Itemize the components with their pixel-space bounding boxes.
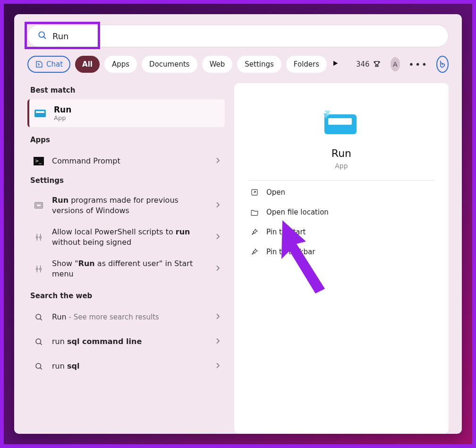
- section-header-best-match: Best match: [30, 86, 225, 95]
- chat-button[interactable]: Chat: [27, 56, 70, 73]
- best-match-subtitle: App: [54, 114, 71, 121]
- settings-item-2[interactable]: Show "Run as different user" in Start me…: [27, 253, 225, 284]
- folder-icon: [250, 208, 259, 216]
- preview-subtitle: App: [335, 162, 348, 170]
- command-prompt-icon: >_: [32, 155, 45, 168]
- open-icon: [250, 188, 259, 197]
- run-app-icon: [34, 107, 47, 120]
- settings-item-0[interactable]: Run programs made for previous versions …: [27, 190, 225, 221]
- chevron-right-icon: [215, 233, 220, 241]
- action-pin-start[interactable]: Pin to Start: [248, 222, 434, 242]
- bing-icon: [438, 60, 447, 69]
- svg-line-1: [44, 37, 46, 39]
- user-avatar[interactable]: A: [391, 57, 400, 71]
- settings-item-label: Run programs made for previous versions …: [52, 195, 218, 215]
- svg-text:>_: >_: [35, 158, 42, 164]
- action-pin-taskbar[interactable]: Pin to taskbar: [248, 242, 434, 262]
- filter-folders[interactable]: Folders: [286, 56, 327, 73]
- filter-web[interactable]: Web: [202, 56, 233, 73]
- svg-line-9: [40, 319, 42, 320]
- chevron-right-icon: [215, 264, 220, 273]
- best-match-title: Run: [54, 105, 71, 114]
- web-item-label: run sql command line: [52, 336, 151, 347]
- search-icon: [32, 310, 45, 324]
- settings-item-label: Allow local PowerShell scripts to run wi…: [52, 227, 218, 247]
- action-label: Pin to taskbar: [266, 248, 315, 256]
- results-body: Best match Run App Apps >_ Command Promp…: [27, 83, 449, 434]
- bing-chat-icon: [35, 60, 43, 69]
- svg-rect-7: [36, 204, 42, 207]
- pin-icon: [250, 228, 259, 236]
- pin-icon: [250, 248, 259, 256]
- ellipsis-icon: •••: [408, 59, 428, 70]
- start-search-panel: Chat All Apps Documents Web Settings Fol…: [14, 14, 462, 434]
- web-item-label: Run - See more search results: [52, 312, 169, 322]
- action-label: Open: [266, 188, 285, 197]
- search-icon: [32, 360, 45, 373]
- action-label: Pin to Start: [266, 228, 306, 236]
- play-icon: [332, 60, 339, 67]
- chevron-right-icon: [215, 312, 220, 321]
- chevron-right-icon: [215, 201, 220, 210]
- svg-rect-3: [36, 111, 44, 113]
- search-input[interactable]: [52, 31, 439, 41]
- search-row: [27, 25, 449, 47]
- svg-line-13: [40, 368, 42, 369]
- rewards-count: 346: [356, 60, 370, 69]
- run-app-icon-large: [323, 110, 359, 139]
- action-open[interactable]: Open: [248, 182, 434, 202]
- filter-apps[interactable]: Apps: [104, 56, 137, 73]
- filter-settings[interactable]: Settings: [237, 56, 281, 73]
- action-open-location[interactable]: Open file location: [248, 202, 434, 222]
- more-menu-button[interactable]: •••: [405, 59, 432, 70]
- web-item-2[interactable]: run sql: [27, 354, 225, 379]
- chat-label: Chat: [46, 60, 63, 69]
- search-icon: [37, 30, 47, 42]
- chevron-right-icon: [215, 157, 220, 166]
- svg-point-10: [36, 339, 41, 344]
- svg-point-12: [36, 363, 41, 369]
- results-left-column: Best match Run App Apps >_ Command Promp…: [27, 83, 225, 434]
- preview-title: Run: [332, 147, 351, 159]
- preview-separator: [248, 180, 434, 181]
- developer-icon: [32, 262, 45, 276]
- filters-row: Chat All Apps Documents Web Settings Fol…: [27, 56, 449, 73]
- section-header-apps: Apps: [30, 136, 225, 144]
- filter-documents[interactable]: Documents: [142, 56, 197, 73]
- settings-item-1[interactable]: Allow local PowerShell scripts to run wi…: [27, 221, 225, 253]
- settings-item-label: Show "Run as different user" in Start me…: [52, 258, 218, 279]
- web-item-0[interactable]: Run - See more search results: [27, 305, 225, 329]
- svg-point-8: [36, 314, 41, 319]
- search-box[interactable]: [27, 25, 449, 47]
- section-header-web: Search the web: [30, 292, 225, 300]
- rewards-points[interactable]: 346: [356, 60, 381, 69]
- section-header-settings: Settings: [30, 176, 225, 185]
- svg-rect-2: [34, 110, 46, 117]
- trophy-icon: [373, 60, 381, 69]
- more-filters-button[interactable]: [332, 60, 339, 69]
- action-label: Open file location: [266, 208, 329, 216]
- chevron-right-icon: [215, 337, 220, 346]
- chevron-right-icon: [215, 362, 220, 370]
- best-match-item[interactable]: Run App: [27, 99, 225, 127]
- compat-icon: [32, 199, 45, 212]
- preview-pane: Run App Open Open file location Pin to S…: [234, 83, 449, 434]
- developer-icon: [32, 231, 45, 244]
- search-icon: [32, 335, 45, 348]
- app-item-command-prompt[interactable]: >_ Command Prompt: [27, 149, 225, 173]
- web-item-label: run sql: [52, 361, 89, 371]
- web-item-1[interactable]: run sql command line: [27, 329, 225, 354]
- app-item-label: Command Prompt: [52, 156, 130, 166]
- filter-all[interactable]: All: [75, 56, 100, 73]
- svg-line-11: [40, 343, 42, 345]
- bing-button[interactable]: [436, 56, 449, 73]
- svg-rect-14: [328, 118, 352, 125]
